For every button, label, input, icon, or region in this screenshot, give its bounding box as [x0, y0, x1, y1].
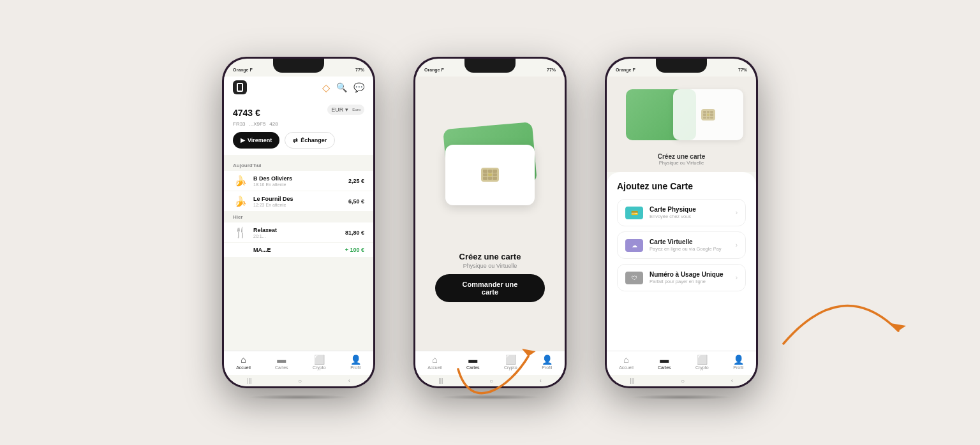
- section-yesterday: Hier: [224, 212, 373, 222]
- trans-icon-1: 🍌: [233, 175, 248, 187]
- physique-title: Carte Physique: [650, 206, 729, 213]
- nav-crypto-2[interactable]: ⬜ Crypto: [504, 355, 517, 370]
- physique-sub: Envoyée chez vous: [650, 214, 729, 219]
- physique-icon: 💳: [625, 207, 643, 219]
- virtuelle-chevron: ›: [736, 242, 738, 249]
- nav-bar-3: ⌂ Accueil ▬ Cartes ⬜ Crypto 👤 Profil: [607, 351, 756, 375]
- svg-marker-1: [891, 323, 906, 331]
- card-stack: [439, 126, 541, 240]
- create-card-subtitle-3: Physique ou Virtuelle: [658, 160, 705, 166]
- transaction-4[interactable]: MA...E + 100 €: [224, 243, 373, 257]
- transfer-icon: ▶: [241, 137, 245, 143]
- card-option-physique[interactable]: 💳 Carte Physique Envoyée chez vous ›: [617, 199, 746, 226]
- logo-inner-1: [237, 83, 243, 92]
- nav-crypto-3[interactable]: ⬜ Crypto: [695, 355, 709, 370]
- balance-amount: 4743 €: [233, 102, 278, 119]
- cards-icon-3: ▬: [660, 355, 669, 364]
- crypto-icon-2: ⬜: [505, 355, 516, 364]
- card-option-virtuelle[interactable]: ☁ Carte Virtuelle Payez en ligne ou via …: [617, 231, 746, 259]
- transactions-area: Aujourd'hui 🍌 B Des Oliviers 18:16 En at…: [224, 155, 373, 351]
- top-cards-preview: Créez une carte Physique ou Virtuelle: [607, 77, 756, 172]
- notification-icon[interactable]: 💬: [353, 82, 364, 92]
- notch-2: [464, 59, 516, 73]
- nav-label-cartes-3: Cartes: [658, 365, 671, 370]
- search-icon[interactable]: 🔍: [336, 82, 347, 92]
- bottom-circle-1: ○: [298, 377, 302, 384]
- carrier-1: Orange F: [233, 68, 253, 72]
- exchange-label: Échanger: [301, 137, 327, 143]
- trans-meta-2: 12:23 En attente: [253, 203, 343, 207]
- nav-accueil-3[interactable]: ⌂ Accueil: [619, 355, 634, 370]
- chip-icon-3: [701, 109, 715, 120]
- unique-sub: Parfait pour payer en ligne: [650, 279, 729, 284]
- nav-label-profil-3: Profil: [733, 365, 743, 370]
- home-icon-1: ⌂: [241, 355, 246, 364]
- chip-icon: [481, 168, 499, 182]
- phone-bottom-2: ||| ○ ‹: [415, 375, 565, 386]
- virtuelle-icon: ☁: [625, 239, 643, 252]
- currency-chevron: ▾: [345, 106, 348, 113]
- transfer-label: Virement: [248, 137, 272, 143]
- nav-bar-2: ⌂ Accueil ▬ Cartes ⬜ Crypto 👤 Profil: [415, 351, 565, 375]
- currency-badge[interactable]: EUR ▾ Euro: [327, 105, 364, 115]
- currency-code: EUR: [331, 106, 343, 113]
- physique-text: Carte Physique Envoyée chez vous: [650, 206, 729, 219]
- transaction-1[interactable]: 🍌 B Des Oliviers 18:16 En attente 2,25 €: [224, 171, 373, 191]
- crypto-icon-3: ⬜: [697, 355, 708, 364]
- nav-label-cartes-1: Cartes: [275, 365, 288, 370]
- trans-amount-4: + 100 €: [345, 247, 364, 253]
- balance-section: 4743 € FR33 ...X9F5 428 EUR ▾ Euro: [224, 97, 373, 155]
- nav-profil-1[interactable]: 👤 Profil: [350, 355, 361, 370]
- trans-info-4: MA...E: [253, 247, 340, 253]
- sheet-title: Ajoutez une Carte: [617, 181, 746, 191]
- trans-name-2: Le Fournil Des: [253, 196, 343, 202]
- account-num: 428: [269, 121, 278, 127]
- card-text-area: Créez une carte Physique ou Virtuelle: [459, 252, 521, 269]
- bottom-lines-3: |||: [630, 377, 634, 384]
- balance-amount-wrap: 4743 € FR33 ...X9F5 428: [233, 102, 278, 127]
- bottom-sheet: Ajoutez une Carte 💳 Carte Physique Envoy…: [607, 172, 756, 351]
- diamond-icon[interactable]: ◇: [322, 82, 330, 94]
- app-header-1: ◇ 🔍 💬: [224, 77, 373, 97]
- cards-area: Créez une carte Physique ou Virtuelle Co…: [415, 77, 565, 351]
- cards-icon-2: ▬: [468, 355, 477, 364]
- nav-label-cartes-2: Cartes: [466, 365, 480, 370]
- account-dots: ...X9F5: [249, 121, 266, 127]
- bottom-back-1: ‹: [348, 377, 350, 384]
- create-card-text-3: Créez une carte Physique ou Virtuelle: [658, 153, 705, 166]
- trans-meta-3: 20:1...: [253, 234, 340, 238]
- nav-profil-3[interactable]: 👤 Profil: [733, 355, 744, 370]
- exchange-button[interactable]: ⇄ Échanger: [285, 132, 335, 149]
- commander-button[interactable]: Commander une carte: [435, 274, 544, 302]
- nav-cartes-1[interactable]: ▬ Cartes: [275, 355, 288, 370]
- nav-accueil-1[interactable]: ⌂ Accueil: [236, 355, 251, 370]
- unique-chevron: ›: [736, 274, 738, 281]
- trans-name-4: MA...E: [253, 247, 340, 253]
- notch-1: [273, 59, 324, 73]
- balance-decimal: 43 €: [243, 108, 260, 118]
- phone-shadow-2: [439, 395, 541, 400]
- nav-bar-1: ⌂ Accueil ▬ Cartes ⬜ Crypto 👤 Profil: [224, 351, 373, 375]
- transfer-button[interactable]: ▶ Virement: [233, 132, 279, 149]
- profile-icon-2: 👤: [542, 355, 553, 364]
- nav-cartes-3[interactable]: ▬ Cartes: [658, 355, 671, 370]
- nav-label-crypto-3: Crypto: [695, 365, 709, 370]
- balance-meta: FR33 ...X9F5 428: [233, 121, 278, 127]
- phone-shadow-1: [248, 395, 350, 400]
- nav-crypto-1[interactable]: ⬜ Crypto: [313, 355, 326, 370]
- trans-icon-2: 🍌: [233, 195, 248, 207]
- bottom-lines-1: |||: [247, 377, 251, 384]
- home-icon-2: ⌂: [432, 355, 437, 364]
- phone-shadow-3: [630, 395, 732, 400]
- mini-card-white: [673, 89, 743, 140]
- profile-icon-1: 👤: [350, 355, 361, 364]
- nav-accueil-2[interactable]: ⌂ Accueil: [427, 355, 442, 370]
- transaction-2[interactable]: 🍌 Le Fournil Des 12:23 En attente 6,50 €: [224, 191, 373, 211]
- phone-3: Orange F 23:08 77%: [605, 57, 758, 388]
- card-option-unique[interactable]: 🛡 Numéro à Usage Unique Parfait pour pay…: [617, 264, 746, 291]
- physique-chevron: ›: [736, 209, 738, 216]
- transaction-3[interactable]: 🍴 Relaxeat 20:1... 81,80 €: [224, 222, 373, 242]
- nav-profil-2[interactable]: 👤 Profil: [542, 355, 553, 370]
- nav-cartes-2[interactable]: ▬ Cartes: [466, 355, 480, 370]
- phone2-content: Créez une carte Physique ou Virtuelle Co…: [415, 77, 565, 351]
